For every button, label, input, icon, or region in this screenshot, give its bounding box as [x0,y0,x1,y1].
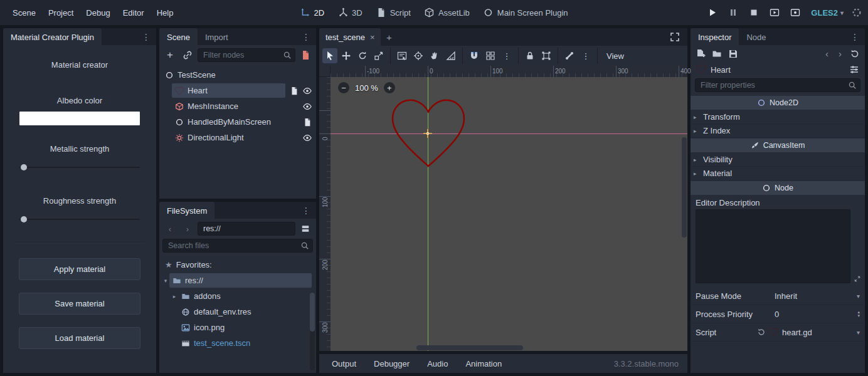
script-icon[interactable] [303,118,312,127]
collapse-arrow-icon[interactable]: ▾ [162,278,169,284]
save-material-button[interactable]: Save material [19,293,140,315]
tree-row[interactable]: TestScene [162,67,315,83]
ruler-tool-button[interactable] [443,48,458,63]
metallic-strength-slider[interactable] [19,162,140,172]
snap-options-button[interactable]: ⋮ [499,48,514,63]
property-group-z-index[interactable]: ▸ Z Index [691,124,865,138]
zoom-out-button[interactable]: − [338,82,349,93]
expand-text-icon[interactable] [854,276,861,283]
tree-row[interactable]: Heart [162,83,315,98]
distraction-free-button[interactable] [664,28,687,46]
tree-row[interactable]: HandledByMainScreen [162,114,315,130]
menu-debug[interactable]: Debug [80,4,116,21]
zoom-level[interactable]: 100 % [355,83,378,93]
slider-knob[interactable] [21,216,27,222]
renderer-select[interactable]: GLES2 ▾ [811,8,844,18]
property-group-visibility[interactable]: ▸ Visibility [691,153,865,167]
pivot-tool-button[interactable] [411,48,426,63]
stop-button[interactable] [746,5,761,20]
scale-tool-button[interactable] [371,48,386,63]
play-scene-button[interactable] [767,5,782,20]
menu-help[interactable]: Help [151,4,180,21]
grid-snap-button[interactable] [483,48,498,63]
tab-scene[interactable]: Scene [159,28,198,45]
history-back-button[interactable]: ‹ [162,221,177,236]
load-material-button[interactable]: Load material [19,327,140,349]
canvas-horizontal-scrollbar[interactable] [416,345,523,350]
debugger-button[interactable]: Debugger [368,356,416,372]
animation-button[interactable]: Animation [459,356,508,372]
filesystem-scrollbar[interactable] [310,293,315,370]
lock-object-button[interactable] [522,48,537,63]
panel-menu-dots-icon[interactable]: ⋮ [296,28,316,45]
editor-description-textarea[interactable] [696,209,850,283]
canvas[interactable]: − 100 % + [331,77,687,351]
tree-row[interactable]: MeshInstance [162,98,315,114]
output-button[interactable]: Output [326,356,363,372]
new-scene-tab-button[interactable]: + [381,28,397,46]
spinbox-arrows-icon[interactable]: ▴▾ [857,310,860,318]
display-mode-toggle-button[interactable] [298,221,313,236]
history-forward-icon[interactable]: › [837,48,844,59]
list-select-tool-button[interactable] [394,48,410,63]
workspace-2d-button[interactable]: 2D [296,5,328,20]
tree-row[interactable]: ▸ addons [162,288,315,304]
play-custom-scene-button[interactable] [788,5,803,20]
tree-row[interactable]: DirectionalLight [162,130,315,145]
zoom-in-button[interactable]: + [384,82,395,93]
load-resource-folder-icon[interactable] [712,49,722,59]
pan-tool-button[interactable] [427,48,442,63]
tree-row[interactable]: test_scene.tscn [162,335,315,351]
play-button[interactable] [705,5,720,20]
filter-nodes-input[interactable] [198,48,295,62]
apply-material-button[interactable]: Apply material [19,258,140,280]
panel-menu-dots-icon[interactable]: ⋮ [296,202,316,219]
skeleton-options-button[interactable]: ⋮ [578,48,593,63]
tree-row[interactable]: ▾ res:// [162,273,315,288]
path-input[interactable] [198,222,295,236]
property-group-transform[interactable]: ▸ Transform [691,110,865,124]
roughness-strength-slider[interactable] [19,214,140,224]
save-resource-icon[interactable] [728,49,738,59]
menu-editor[interactable]: Editor [117,4,151,21]
visibility-eye-icon[interactable] [303,102,312,111]
tools-sliders-icon[interactable] [849,65,859,75]
albedo-color-swatch[interactable] [19,112,140,125]
reload-script-icon[interactable] [757,328,766,337]
smart-snap-button[interactable] [467,48,482,63]
process-priority-spinbox[interactable]: 0 ▴▾ [775,310,860,319]
position-gizmo-icon[interactable] [423,128,433,138]
attach-script-button[interactable] [298,48,313,63]
close-icon[interactable]: × [370,33,375,42]
scene-tab-test-scene[interactable]: test_scene × [319,28,381,46]
script-icon[interactable] [290,86,299,95]
history-back-icon[interactable]: ‹ [823,48,830,59]
group-object-button[interactable] [539,48,554,63]
select-tool-button[interactable] [322,48,337,63]
add-node-button[interactable]: + [162,48,177,63]
panel-menu-dots-icon[interactable]: ⋮ [136,28,156,45]
search-files-input[interactable] [162,239,313,253]
visibility-eye-icon[interactable] [303,133,312,142]
property-group-material[interactable]: ▸ Material [691,167,865,180]
tab-node[interactable]: Node [739,28,773,45]
tree-row[interactable]: icon.png [162,320,315,335]
move-tool-button[interactable] [339,48,354,63]
pause-mode-dropdown[interactable]: Inherit ▾ [775,291,860,301]
instance-scene-button[interactable] [180,48,195,63]
tab-import[interactable]: Import [198,28,236,45]
skeleton-button[interactable] [562,48,577,63]
tab-inspector[interactable]: Inspector [691,28,739,45]
workspace-assetlib-button[interactable]: AssetLib [421,5,474,20]
tree-row[interactable]: default_env.tres [162,304,315,320]
view-menu-button[interactable]: View [601,49,629,63]
audio-button[interactable]: Audio [421,356,454,372]
menu-scene[interactable]: Scene [6,4,42,21]
rotate-tool-button[interactable] [355,48,370,63]
script-value-row[interactable]: heart.gd ▾ [757,328,860,337]
workspace-script-button[interactable]: Script [373,5,415,20]
canvas-vertical-scrollbar[interactable] [682,137,687,238]
expand-arrow-icon[interactable]: ▸ [171,293,178,300]
slider-knob[interactable] [21,164,27,170]
history-forward-button[interactable]: › [180,221,195,236]
